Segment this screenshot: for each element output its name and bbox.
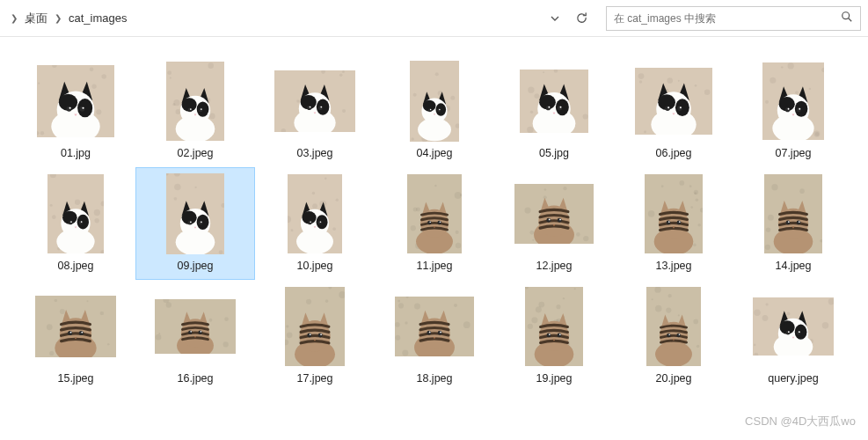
svg-point-285: [696, 199, 699, 202]
svg-point-334: [79, 331, 84, 335]
search-icon[interactable]: [841, 11, 853, 26]
svg-point-294: [679, 221, 681, 223]
file-item[interactable]: 08.jpeg: [16, 167, 135, 280]
search-input[interactable]: [614, 12, 841, 25]
svg-point-76: [435, 72, 439, 76]
svg-point-229: [317, 221, 322, 225]
svg-point-67: [307, 106, 311, 110]
file-item[interactable]: 11.jpeg: [375, 167, 494, 280]
svg-point-431: [678, 314, 680, 316]
file-item[interactable]: 15.jpeg: [16, 280, 135, 392]
file-item[interactable]: 03.jpeg: [255, 55, 375, 167]
svg-point-461: [786, 331, 791, 335]
svg-point-315: [799, 221, 800, 223]
file-item[interactable]: 01.jpg: [16, 55, 135, 167]
refresh-icon[interactable]: [571, 8, 592, 29]
file-item[interactable]: 02.jpeg: [135, 55, 255, 167]
svg-point-162: [799, 108, 800, 110]
svg-point-270: [546, 218, 551, 223]
svg-point-249: [427, 221, 432, 225]
file-item[interactable]: 06.jpeg: [614, 55, 733, 167]
file-item[interactable]: 07.jpeg: [733, 55, 853, 167]
svg-point-113: [546, 106, 551, 110]
svg-point-279: [693, 244, 697, 247]
file-item[interactable]: query.jpeg: [733, 280, 853, 392]
svg-point-323: [107, 343, 110, 346]
chevron-right-icon: ❯: [55, 13, 62, 23]
svg-point-161: [788, 108, 790, 110]
file-name-label: 17.jpeg: [296, 372, 332, 385]
svg-point-190: [173, 197, 177, 201]
svg-point-33: [176, 109, 181, 114]
file-item[interactable]: 09.jpeg: [135, 167, 255, 280]
svg-point-420: [559, 334, 561, 335]
file-item[interactable]: 05.jpg: [494, 55, 614, 167]
file-name-label: 01.jpg: [61, 147, 91, 159]
address-toolbar: ❯ 桌面 ❯ cat_images: [0, 0, 868, 37]
file-item[interactable]: 10.jpeg: [255, 167, 375, 280]
file-item[interactable]: 12.jpeg: [494, 167, 614, 280]
svg-point-252: [440, 221, 441, 223]
svg-point-375: [307, 333, 311, 337]
svg-point-145: [770, 77, 776, 84]
svg-point-333: [68, 331, 72, 335]
svg-point-23: [69, 107, 71, 109]
breadcrumb-part[interactable]: 桌面: [25, 11, 47, 26]
file-thumbnail: [155, 173, 236, 254]
breadcrumb-part[interactable]: cat_images: [69, 11, 127, 25]
chevron-right-icon: ❯: [11, 13, 18, 23]
breadcrumb[interactable]: ❯ 桌面 ❯ cat_images: [11, 11, 127, 26]
file-item[interactable]: 17.jpeg: [255, 280, 375, 392]
file-name-label: 09.jpeg: [177, 260, 213, 272]
svg-point-293: [668, 221, 670, 223]
svg-point-376: [318, 333, 323, 337]
svg-point-355: [198, 330, 202, 334]
svg-point-32: [209, 114, 215, 120]
svg-point-327: [47, 324, 53, 330]
file-item[interactable]: 04.jpeg: [375, 55, 494, 167]
file-name-label: 12.jpeg: [536, 260, 572, 272]
svg-point-193: [174, 184, 181, 191]
svg-point-391: [402, 349, 408, 356]
svg-point-335: [70, 332, 72, 334]
svg-point-318: [49, 351, 54, 356]
svg-point-138: [667, 106, 669, 108]
svg-point-419: [549, 334, 551, 335]
file-thumbnail: [514, 173, 594, 254]
svg-point-282: [679, 180, 684, 186]
svg-point-389: [395, 322, 400, 327]
svg-point-208: [201, 221, 202, 223]
svg-point-418: [558, 334, 562, 338]
svg-point-124: [678, 80, 680, 82]
svg-point-34: [208, 62, 214, 69]
svg-point-170: [75, 200, 80, 205]
file-item[interactable]: 13.jpeg: [614, 167, 733, 280]
svg-point-251: [429, 221, 431, 223]
file-item[interactable]: 20.jpeg: [614, 280, 733, 392]
search-box[interactable]: [606, 6, 861, 31]
svg-point-136: [665, 106, 670, 111]
file-name-label: 04.jpeg: [416, 147, 452, 159]
svg-point-454: [822, 322, 829, 329]
svg-point-441: [679, 334, 681, 335]
file-item[interactable]: 16.jpeg: [135, 280, 255, 392]
svg-point-262: [544, 188, 547, 191]
file-item[interactable]: 14.jpeg: [733, 167, 853, 280]
file-item[interactable]: 19.jpeg: [494, 280, 614, 392]
svg-point-277: [689, 185, 692, 187]
file-thumbnail: [155, 61, 236, 142]
svg-point-139: [680, 106, 682, 108]
file-name-label: 03.jpeg: [296, 147, 332, 159]
svg-point-398: [429, 332, 431, 334]
svg-point-396: [427, 331, 431, 335]
svg-point-126: [639, 80, 643, 84]
svg-point-51: [342, 70, 345, 73]
svg-point-356: [190, 331, 192, 333]
file-item[interactable]: 18.jpeg: [375, 280, 494, 392]
svg-point-174: [94, 218, 98, 223]
svg-point-104: [527, 127, 534, 133]
svg-point-3: [101, 74, 106, 79]
svg-point-171: [52, 215, 56, 219]
history-dropdown-icon[interactable]: [544, 8, 565, 29]
svg-point-165: [94, 209, 100, 216]
